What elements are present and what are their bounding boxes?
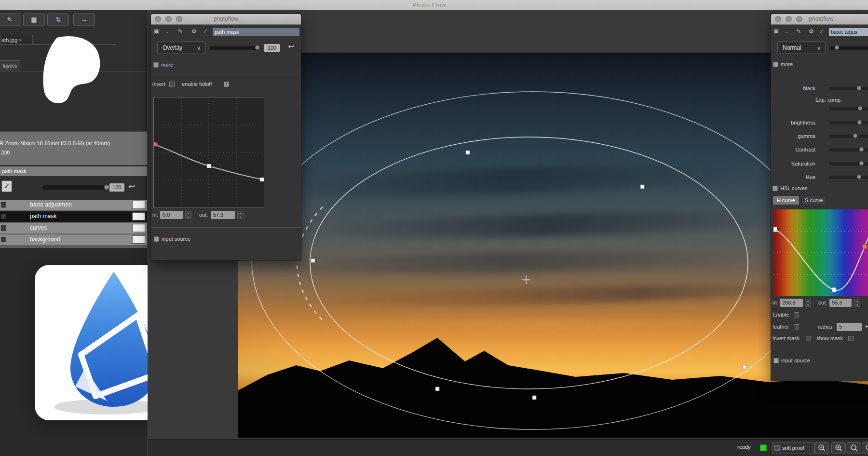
toolbar-reorder-button[interactable]: ⇅ bbox=[47, 14, 69, 26]
opacity-value[interactable]: 100 bbox=[264, 44, 280, 52]
mask-handle[interactable] bbox=[466, 151, 470, 154]
mask-center-crosshair[interactable] bbox=[522, 276, 530, 284]
input-source-checkbox[interactable] bbox=[773, 358, 779, 363]
blend-mode-dropdown[interactable]: Normal ∨ bbox=[777, 41, 826, 54]
soft-proof-checkbox[interactable] bbox=[774, 445, 780, 451]
enable-checkbox[interactable] bbox=[794, 312, 799, 318]
undo-icon[interactable]: ↩ bbox=[288, 42, 294, 51]
out-spinner[interactable]: ▴▾ bbox=[237, 211, 244, 219]
curve-point-selected[interactable] bbox=[862, 244, 867, 249]
layer-visibility-icon[interactable] bbox=[1, 202, 6, 207]
inner-mask-ellipse[interactable] bbox=[310, 137, 748, 389]
in-spinner[interactable]: ▴▾ bbox=[805, 299, 811, 307]
tab-s-curve[interactable]: S curve bbox=[801, 195, 827, 205]
show-mask-checkbox[interactable] bbox=[848, 336, 854, 341]
spinner-up-icon[interactable]: ▴ bbox=[856, 300, 858, 303]
mask-handle[interactable] bbox=[640, 185, 644, 189]
layer-name-field[interactable]: path mask bbox=[213, 28, 299, 36]
in-value-field[interactable]: 288.8 bbox=[780, 299, 803, 307]
spinner-up-icon[interactable]: ▴ bbox=[188, 212, 189, 215]
saturation-slider-handle[interactable] bbox=[859, 161, 864, 166]
opacity-slider-handle[interactable] bbox=[255, 45, 259, 50]
settings-gear-icon[interactable]: ⚙ bbox=[191, 28, 197, 35]
layer-box-icon[interactable]: ▣ bbox=[773, 28, 779, 35]
curve-point-selected[interactable] bbox=[154, 142, 158, 147]
opacity-slider[interactable] bbox=[210, 46, 258, 50]
brightness-slider-handle[interactable] bbox=[857, 120, 862, 124]
gamma-slider-handle[interactable] bbox=[853, 134, 857, 138]
zoom-in-button[interactable] bbox=[831, 442, 846, 454]
out-spinner[interactable]: ▴▾ bbox=[854, 299, 860, 307]
out-value-field[interactable]: 57.3 bbox=[211, 211, 235, 219]
curve-point[interactable] bbox=[773, 227, 777, 232]
mask-control-points[interactable] bbox=[311, 151, 746, 400]
adjust-panel-titlebar[interactable]: photoflow bbox=[771, 14, 868, 25]
layer-row-background[interactable]: background bbox=[0, 235, 147, 245]
invert-mask-checkbox[interactable] bbox=[806, 336, 811, 341]
opacity-slider[interactable] bbox=[830, 46, 868, 50]
zoom-100-button[interactable] bbox=[862, 442, 868, 454]
undo-icon[interactable]: ↩ bbox=[128, 181, 135, 192]
layer-opacity-slider[interactable] bbox=[42, 185, 105, 190]
layer-row-basic-adjustments[interactable]: basic adjustmen bbox=[0, 200, 147, 210]
file-tab[interactable]: ath.jpg× bbox=[0, 35, 33, 45]
exp-comp-slider-handle[interactable] bbox=[858, 106, 862, 111]
spinner-up-icon[interactable]: ▴ bbox=[807, 300, 809, 303]
radius-plus-button[interactable]: + bbox=[865, 323, 868, 329]
edit-pencil-icon[interactable]: ✎ bbox=[796, 28, 801, 35]
curve-point[interactable] bbox=[260, 178, 264, 181]
radius-value-field[interactable]: 5 bbox=[837, 323, 862, 331]
toolbar-export-button[interactable]: → bbox=[73, 14, 95, 26]
layer-row-path-mask[interactable]: path mask bbox=[0, 211, 147, 222]
history-icon[interactable]: ⌄ bbox=[784, 28, 789, 35]
spinner-down-icon[interactable]: ▾ bbox=[240, 216, 241, 219]
gamma-slider[interactable] bbox=[829, 135, 868, 138]
layer-enabled-checkbox[interactable]: ✓ bbox=[1, 180, 12, 192]
layer-name-field[interactable]: basic adjus bbox=[829, 28, 868, 36]
mask-handle[interactable] bbox=[532, 396, 536, 400]
layers-panel-tab[interactable]: layers bbox=[0, 60, 20, 71]
brightness-slider[interactable] bbox=[829, 121, 868, 124]
exp-comp-slider[interactable] bbox=[829, 107, 868, 111]
layer-visibility-icon[interactable] bbox=[1, 225, 6, 231]
layer-row-curves[interactable]: curves bbox=[0, 223, 147, 234]
spinner-down-icon[interactable]: ▾ bbox=[856, 304, 858, 306]
hue-curve-line[interactable] bbox=[774, 229, 868, 290]
layer-visibility-icon[interactable] bbox=[1, 237, 6, 242]
tab-h-curve[interactable]: H curve bbox=[773, 195, 800, 205]
black-slider-handle[interactable] bbox=[857, 86, 861, 90]
enable-falloff-checkbox[interactable]: × bbox=[224, 82, 229, 87]
contrast-slider-handle[interactable] bbox=[859, 147, 864, 152]
outer-falloff-ellipse[interactable] bbox=[252, 92, 814, 429]
contrast-slider[interactable] bbox=[829, 148, 868, 152]
input-source-checkbox[interactable] bbox=[154, 236, 159, 242]
zoom-fit-button[interactable] bbox=[847, 442, 861, 454]
history-icon[interactable]: ⌄ bbox=[164, 28, 169, 35]
close-tab-icon[interactable]: × bbox=[19, 37, 22, 43]
mask-panel-titlebar[interactable]: photoflow bbox=[151, 14, 301, 25]
toolbar-edit-button[interactable]: ✎ bbox=[0, 14, 21, 26]
spinner-down-icon[interactable]: ▾ bbox=[188, 216, 189, 219]
invert-checkbox[interactable] bbox=[169, 82, 175, 87]
hue-curve-editor[interactable] bbox=[773, 209, 868, 296]
in-spinner[interactable]: ▴▾ bbox=[185, 211, 191, 219]
zoom-out-button[interactable] bbox=[814, 442, 829, 454]
curve-point[interactable] bbox=[207, 164, 211, 168]
edit-pencil-icon[interactable]: ✎ bbox=[178, 28, 183, 35]
curve-point[interactable] bbox=[832, 288, 836, 292]
mask-handle[interactable] bbox=[311, 259, 315, 263]
spinner-up-icon[interactable]: ▴ bbox=[240, 212, 241, 215]
settings-gear-icon[interactable]: ⚙ bbox=[809, 28, 814, 35]
layer-box-icon[interactable]: ▣ bbox=[154, 28, 159, 35]
saturation-slider[interactable] bbox=[829, 162, 868, 166]
blend-mode-dropdown[interactable]: Overlay ∨ bbox=[157, 41, 205, 54]
feather-checkbox[interactable] bbox=[794, 324, 799, 330]
layer-opacity-handle[interactable] bbox=[104, 185, 109, 190]
opacity-slider-handle[interactable] bbox=[835, 45, 839, 50]
in-value-field[interactable]: 0.0 bbox=[160, 211, 183, 219]
layer-visibility-icon[interactable] bbox=[1, 214, 6, 219]
mask-handle[interactable] bbox=[435, 387, 439, 391]
more-checkbox[interactable] bbox=[153, 62, 159, 68]
out-value-field[interactable]: 55.3 bbox=[829, 299, 852, 307]
spinner-down-icon[interactable]: ▾ bbox=[807, 304, 809, 306]
